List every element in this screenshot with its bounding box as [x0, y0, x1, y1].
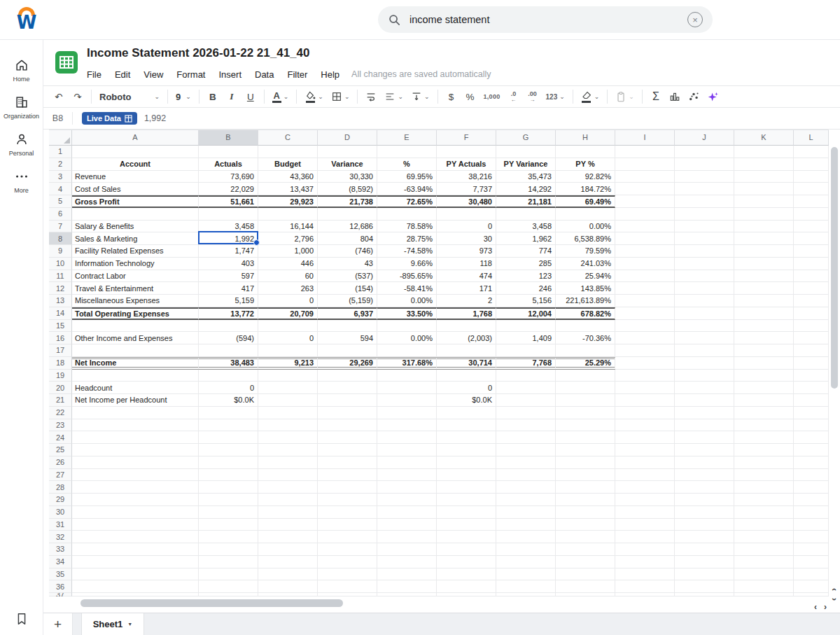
cell-E23[interactable]: [377, 419, 437, 432]
cell-F16[interactable]: (2,003): [437, 332, 496, 344]
cell-G4[interactable]: 14,292: [496, 183, 556, 195]
cell-I6[interactable]: [615, 208, 675, 221]
cell-A31[interactable]: [72, 519, 199, 531]
cell-F10[interactable]: 118: [437, 258, 496, 270]
cell-G3[interactable]: 35,473: [496, 171, 556, 183]
cell-K10[interactable]: [734, 258, 794, 270]
cell-I19[interactable]: [615, 370, 675, 382]
cell-E7[interactable]: 78.58%: [377, 221, 437, 233]
cell-K33[interactable]: [734, 543, 794, 556]
menu-view[interactable]: View: [144, 69, 163, 80]
cell-L35[interactable]: [794, 568, 829, 581]
cell-G12[interactable]: 246: [496, 282, 556, 295]
cell-G7[interactable]: 3,458: [496, 221, 556, 233]
cell-L12[interactable]: [794, 282, 829, 295]
cell-F29[interactable]: [437, 494, 496, 506]
cell-K7[interactable]: [734, 221, 794, 233]
cell-L19[interactable]: [794, 370, 829, 382]
cell-C22[interactable]: [258, 407, 318, 419]
cell-I8[interactable]: [615, 232, 675, 245]
cell-H22[interactable]: [556, 407, 615, 419]
cell-G25[interactable]: [496, 444, 556, 456]
cell-B5[interactable]: 51,661: [199, 195, 258, 208]
cell-E28[interactable]: [377, 481, 437, 494]
cell-I14[interactable]: [615, 307, 675, 320]
cell-C33[interactable]: [258, 543, 318, 556]
cell-H6[interactable]: [556, 208, 615, 221]
row-header-21[interactable]: 21: [49, 394, 72, 407]
cell-A7[interactable]: Salary & Benefits: [72, 221, 199, 233]
cell-J18[interactable]: [675, 357, 734, 370]
workday-logo[interactable]: W: [13, 4, 41, 35]
cell-F36[interactable]: [437, 580, 496, 593]
cell-J13[interactable]: [675, 295, 734, 307]
cell-G29[interactable]: [496, 494, 556, 506]
cell-H32[interactable]: [556, 531, 615, 543]
cell-I22[interactable]: [615, 407, 675, 419]
cell-K11[interactable]: [734, 270, 794, 283]
cell-K28[interactable]: [734, 481, 794, 494]
cell-D18[interactable]: 29,269: [318, 357, 377, 370]
cell-F12[interactable]: 171: [437, 282, 496, 295]
cell-J6[interactable]: [675, 208, 734, 221]
cell-H33[interactable]: [556, 543, 615, 556]
cell-D31[interactable]: [318, 519, 377, 531]
cell-G6[interactable]: [496, 208, 556, 221]
cell-A17[interactable]: [72, 344, 199, 357]
col-header-J[interactable]: J: [675, 130, 734, 146]
cell-K5[interactable]: [734, 195, 794, 208]
cell-G14[interactable]: 12,004: [496, 307, 556, 320]
cell-K25[interactable]: [734, 444, 794, 456]
cell-I23[interactable]: [615, 419, 675, 432]
cell-D15[interactable]: [318, 320, 377, 333]
cell-A30[interactable]: [72, 506, 199, 519]
cell-H11[interactable]: 25.94%: [556, 270, 615, 283]
cell-E14[interactable]: 33.50%: [377, 307, 437, 320]
cell-D28[interactable]: [318, 481, 377, 494]
cell-K13[interactable]: [734, 295, 794, 307]
cell-F7[interactable]: 0: [437, 221, 496, 233]
cell-I35[interactable]: [615, 568, 675, 581]
cell-K37[interactable]: [734, 593, 794, 596]
cell-L21[interactable]: [794, 394, 829, 407]
cell-G32[interactable]: [496, 531, 556, 543]
row-header-5[interactable]: 5: [49, 195, 72, 208]
cell-K2[interactable]: [734, 158, 794, 171]
cell-B36[interactable]: [199, 580, 258, 593]
cell-J23[interactable]: [675, 419, 734, 432]
cell-G10[interactable]: 285: [496, 258, 556, 270]
cell-K30[interactable]: [734, 506, 794, 519]
cell-C25[interactable]: [258, 444, 318, 456]
cell-F2[interactable]: PY Actuals: [437, 158, 496, 171]
cell-E11[interactable]: -895.65%: [377, 270, 437, 283]
menu-file[interactable]: File: [87, 69, 102, 80]
cell-L24[interactable]: [794, 431, 829, 444]
row-header-31[interactable]: 31: [49, 519, 72, 531]
row-header-14[interactable]: 14: [49, 307, 72, 320]
cell-K31[interactable]: [734, 519, 794, 531]
col-header-I[interactable]: I: [615, 130, 675, 146]
cell-H18[interactable]: 25.29%: [556, 357, 615, 370]
cell-B18[interactable]: 38,483: [199, 357, 258, 370]
cell-C24[interactable]: [258, 431, 318, 444]
menu-insert[interactable]: Insert: [218, 69, 241, 80]
decrease-decimal-button[interactable]: .0 ←: [508, 88, 519, 105]
scroll-left-button[interactable]: ‹: [811, 602, 820, 612]
thousands-format-button[interactable]: 1,000: [484, 88, 500, 105]
cell-B28[interactable]: [199, 481, 258, 494]
cell-G2[interactable]: PY Variance: [496, 158, 556, 171]
row-header-30[interactable]: 30: [49, 506, 72, 519]
cell-J12[interactable]: [675, 282, 734, 295]
cell-H25[interactable]: [556, 444, 615, 456]
cell-D5[interactable]: 21,738: [318, 195, 377, 208]
cell-I2[interactable]: [615, 158, 675, 171]
cell-B9[interactable]: 1,747: [199, 245, 258, 258]
cell-G8[interactable]: 1,962: [496, 232, 556, 245]
cell-G35[interactable]: [496, 568, 556, 581]
cell-H26[interactable]: [556, 456, 615, 469]
cell-K35[interactable]: [734, 568, 794, 581]
cell-F21[interactable]: $0.0K: [437, 394, 496, 407]
cell-D34[interactable]: [318, 556, 377, 568]
cell-I37[interactable]: [615, 593, 675, 596]
row-header-26[interactable]: 26: [49, 456, 72, 469]
